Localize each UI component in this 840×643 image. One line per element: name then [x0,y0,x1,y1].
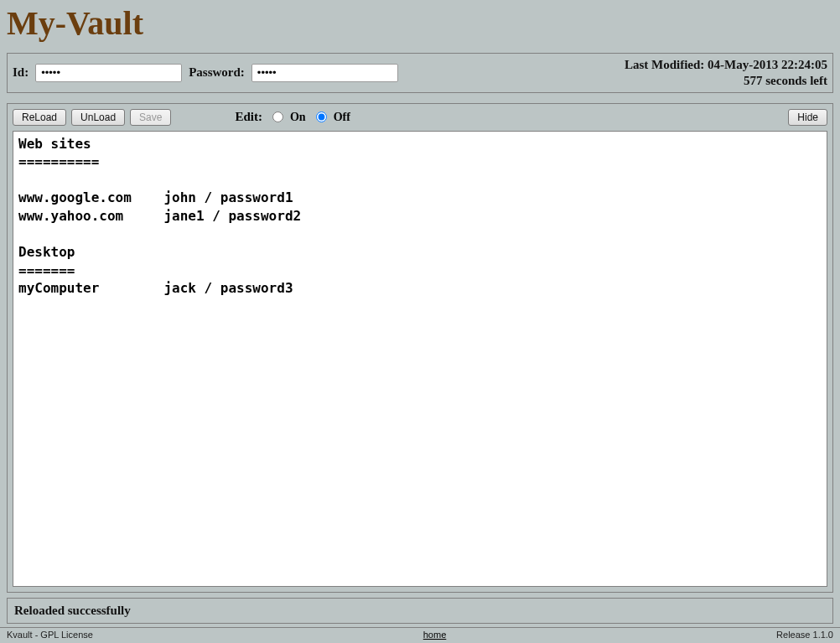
last-modified-value: 04-May-2013 22:24:05 [708,58,827,71]
save-button[interactable]: Save [130,109,171,126]
toolbar-right: Hide [788,109,827,126]
status-bar: Reloaded successfully [7,598,833,624]
credentials-panel: Id: Password: Last Modified: 04-May-2013… [7,53,833,93]
credentials-left: Id: Password: [13,64,398,82]
toolbar: ReLoad UnLoad Save Edit: On Off Hide [13,109,827,126]
password-label: Password: [189,65,245,80]
last-modified-label: Last Modified: [625,58,704,71]
edit-off-radio[interactable] [316,111,327,122]
edit-off-label: Off [334,111,350,124]
edit-toggle-group: Edit: On Off [235,110,350,124]
status-block: Last Modified: 04-May-2013 22:24:05 577 … [625,57,827,89]
toolbar-left: ReLoad UnLoad Save Edit: On Off [13,109,350,126]
home-link[interactable]: home [423,630,447,640]
id-input[interactable] [35,64,182,82]
edit-on-radio[interactable] [272,111,283,122]
app-root: My-Vault Id: Password: Last Modified: 04… [0,0,840,643]
edit-on-label: On [290,111,306,124]
seconds-left: 577 seconds left [625,73,827,89]
app-title: My-Vault [7,3,833,43]
reload-button[interactable]: ReLoad [13,109,66,126]
vault-content[interactable] [13,131,827,588]
main-panel: ReLoad UnLoad Save Edit: On Off Hide [7,103,833,594]
edit-label: Edit: [235,110,262,124]
last-modified: Last Modified: 04-May-2013 22:24:05 [625,57,827,73]
footer-release: Release 1.1.0 [776,630,833,640]
hide-button[interactable]: Hide [788,109,827,126]
footer-left: Kvault - GPL License [7,630,93,640]
footer: Kvault - GPL License home Release 1.1.0 [0,627,840,643]
unload-button[interactable]: UnLoad [71,109,125,126]
id-label: Id: [13,65,29,80]
password-input[interactable] [251,64,398,82]
